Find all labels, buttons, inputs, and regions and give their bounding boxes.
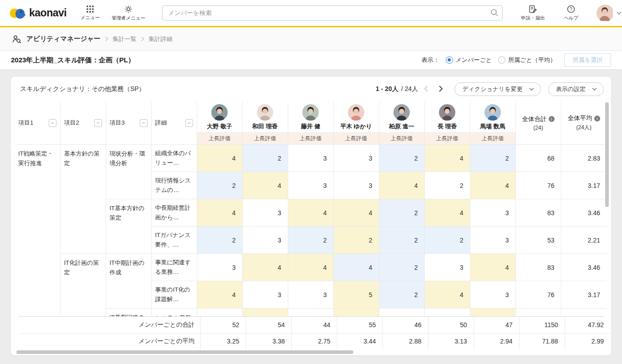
summary-value-cell: 3.25 — [200, 333, 246, 349]
search-input[interactable] — [162, 5, 503, 20]
radio-by-member[interactable]: メンバーごと — [446, 56, 492, 64]
summary-value-cell: 44 — [291, 317, 337, 333]
detail-cell: 現行情報システムの… — [151, 172, 197, 199]
next-page-button[interactable] — [434, 83, 447, 96]
summary-row: メンバーごとの合計52544455465047115047.92 — [18, 317, 610, 333]
evaluator-label: 上長評価 — [379, 133, 424, 145]
collapse-detail-button[interactable]: − — [185, 119, 193, 127]
score-cell: 4 — [470, 172, 515, 199]
member-header[interactable]: 和田 理香 — [242, 101, 288, 133]
score-cell: 3 — [242, 281, 288, 308]
aggregation-card: スキルディクショナリ：その他業務（SP） 1 - 20人 / 24人 ディクショ… — [11, 77, 611, 355]
radio-by-member-control[interactable] — [446, 56, 453, 64]
score-cell: 3 — [470, 227, 515, 254]
score-cell: 3 — [333, 172, 379, 199]
info-icon[interactable]: i — [594, 116, 600, 121]
evaluator-label: 上長評価 — [470, 133, 515, 145]
change-dictionary-button[interactable]: ディクショナリを変更 — [454, 82, 540, 96]
item3-cell: IT基盤戦略の策定 — [106, 308, 151, 317]
kaonavi-logo[interactable]: kaonavi — [0, 6, 71, 20]
admin-menu-button[interactable]: 管理者メニュー — [109, 0, 148, 26]
score-cell — [197, 308, 242, 317]
help-button[interactable]: ? ヘルプ — [552, 0, 590, 26]
search-button[interactable] — [490, 8, 499, 19]
member-name: 長 理香 — [438, 122, 457, 131]
member-header[interactable]: 平木 ゆかり — [333, 101, 379, 133]
score-cell: 3 — [470, 281, 515, 308]
item2-cell: 基本方針の策定 — [60, 145, 106, 254]
user-menu[interactable] — [597, 5, 622, 22]
display-settings-button[interactable]: 表示の設定 — [548, 82, 604, 96]
summary-value-cell: 71.88 — [519, 333, 565, 349]
summary-value-cell: 2.99 — [565, 333, 610, 349]
member-header[interactable]: 藤井 健 — [288, 101, 333, 133]
member-header[interactable]: 大野 敬子 — [197, 101, 242, 133]
score-cell — [333, 308, 379, 317]
menu-button[interactable]: メニュー — [71, 0, 109, 26]
footer-table: メンバーごとの合計52544455465047115047.92メンバーごとの平… — [18, 317, 610, 349]
member-name: 平木 ゆかり — [340, 122, 372, 131]
detail-cell: ITガバナンス要件、… — [151, 227, 197, 254]
member-header[interactable]: 馬場 数馬 — [470, 101, 515, 133]
summary-value-cell: 50 — [428, 317, 474, 333]
collapse-item3-button[interactable]: − — [140, 119, 148, 127]
breadcrumb-level1[interactable]: 集計一覧 — [113, 35, 137, 43]
person-silhouette-icon — [211, 104, 228, 121]
row-average-cell: 2.21 — [561, 227, 607, 254]
score-cell: 2 — [379, 281, 424, 308]
member-avatar — [348, 104, 364, 121]
member-avatar — [439, 104, 455, 121]
item3-cell: IT中期計画の作成 — [106, 254, 151, 308]
member-header[interactable]: 柏原 進一 — [379, 101, 424, 133]
change-dictionary-label: ディクショナリを変更 — [462, 85, 522, 93]
row-average-cell: 2.83 — [561, 145, 607, 172]
prev-page-button[interactable] — [420, 83, 433, 96]
radio-by-department[interactable]: 所属ごと（平均） — [498, 56, 556, 64]
item2-cell: IT化計画の策定 — [60, 254, 106, 317]
evaluator-label: 上長評価 — [424, 133, 470, 145]
collapse-item2-button[interactable]: − — [94, 119, 102, 127]
col-header-item1: 項目1 − — [15, 101, 60, 145]
select-department-button[interactable]: 所属を選択 — [564, 53, 611, 67]
summary-value-cell: 1150 — [519, 317, 565, 333]
item1-cell: IT戦略策定・実行推進 — [15, 145, 60, 317]
summary-value-cell: 3.44 — [337, 333, 382, 349]
col-header-item1-label: 項目1 — [18, 119, 33, 127]
detail-cell: 組織全体のバリュー… — [151, 145, 197, 172]
vertical-scrollbar[interactable] — [605, 102, 609, 207]
apply-button[interactable]: 申請・届出 — [514, 0, 552, 26]
radio-by-department-control[interactable] — [498, 56, 505, 64]
col-header-item2: 項目2 − — [60, 101, 106, 145]
member-search — [162, 5, 503, 20]
info-icon[interactable]: i — [549, 116, 555, 122]
chevron-right-icon — [141, 36, 144, 41]
average-header-label: 全体平均 — [568, 114, 592, 122]
score-cell: 4 — [197, 199, 242, 227]
admin-gear-icon — [124, 5, 133, 14]
summary-value-cell: 52 — [200, 317, 246, 333]
score-cell: 4 — [197, 145, 242, 172]
detail-cell: システム基盤の整備… — [151, 308, 197, 317]
score-cell: 4 — [288, 254, 333, 281]
row-average-cell: 3.17 — [561, 281, 607, 308]
member-avatar — [211, 104, 228, 121]
member-avatar — [257, 104, 273, 121]
apply-document-icon — [528, 5, 537, 14]
score-cell: 2 — [379, 145, 424, 172]
collapse-item1-button[interactable]: − — [49, 119, 56, 127]
member-header[interactable]: 長 理香 — [424, 101, 470, 133]
row-average-cell — [561, 308, 607, 317]
breadcrumb-app[interactable]: アビリティマネージャー — [26, 35, 101, 43]
breadcrumb: アビリティマネージャー 集計一覧 集計詳細 — [0, 27, 622, 51]
row-average-cell: 3.17 — [561, 172, 607, 199]
evaluator-label: 上長評価 — [333, 133, 379, 145]
admin-menu-label: 管理者メニュー — [112, 15, 145, 21]
member-name: 和田 理香 — [252, 122, 278, 131]
horizontal-scrollbar[interactable] — [16, 350, 353, 354]
row-total-cell: 83 — [515, 254, 561, 281]
person-silhouette-icon — [597, 5, 613, 21]
score-cell: 3 — [288, 281, 333, 308]
score-cell: 4 — [333, 199, 379, 227]
kaonavi-logo-icon — [9, 6, 26, 20]
score-cell: 2 — [470, 145, 515, 172]
